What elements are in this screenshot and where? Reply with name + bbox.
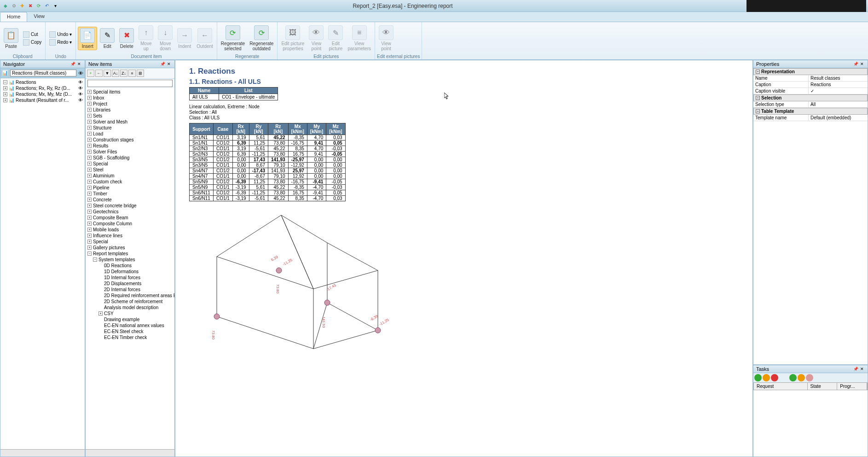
newitems-node[interactable]: +Special bbox=[87, 239, 173, 245]
expand-icon[interactable]: + bbox=[87, 240, 92, 244]
expand-icon[interactable]: + bbox=[87, 108, 92, 112]
ni-filter-icon[interactable]: ▼ bbox=[104, 70, 111, 77]
navigator-item[interactable]: +📊Reactions; Rx, Ry, Rz (D...👁 bbox=[1, 85, 84, 91]
newitems-node[interactable]: +Inbox bbox=[87, 95, 173, 101]
newitems-node[interactable]: +Solver Files bbox=[87, 149, 173, 155]
navigator-selector[interactable]: Reactions (Result classes) bbox=[10, 70, 76, 76]
expand-icon[interactable]: + bbox=[87, 180, 92, 184]
regen-outdated-button[interactable]: ⟳Regenerate outdated bbox=[248, 24, 275, 52]
newitems-node[interactable]: +SGB - Scaffolding bbox=[87, 155, 173, 161]
expand-icon[interactable]: + bbox=[87, 246, 92, 250]
eye-icon[interactable]: 👁 bbox=[78, 80, 83, 85]
expand-icon[interactable]: + bbox=[87, 228, 92, 232]
task-stop-icon[interactable] bbox=[771, 374, 778, 381]
newitems-node[interactable]: +Composite Beam bbox=[87, 215, 173, 221]
newitems-leaf[interactable]: 2D Internal forces bbox=[87, 287, 173, 293]
indent-button[interactable]: →Indent bbox=[175, 27, 194, 50]
copy-button[interactable]: Copy bbox=[21, 39, 43, 46]
newitems-node[interactable]: +Mobile loads bbox=[87, 227, 173, 233]
newitems-node[interactable]: +Pipeline bbox=[87, 185, 173, 191]
navigator-item[interactable]: −📊Reactions👁 bbox=[1, 79, 84, 85]
expander-icon[interactable]: + bbox=[3, 98, 7, 102]
settings-icon[interactable]: ⚙ bbox=[10, 2, 17, 10]
newitems-leaf[interactable]: 1D Deformations bbox=[87, 269, 173, 275]
prop-section-selection[interactable]: −Selection bbox=[753, 94, 868, 101]
expand-icon[interactable]: + bbox=[87, 186, 92, 190]
prop-value[interactable]: Default (embedded) bbox=[809, 115, 868, 121]
newitems-node[interactable]: +Timber bbox=[87, 191, 173, 197]
newitems-node[interactable]: +Project bbox=[87, 101, 173, 107]
newitems-leaf[interactable]: Drawing example bbox=[87, 316, 173, 322]
prop-value[interactable]: Reactions bbox=[809, 82, 868, 88]
report-area[interactable]: 1. Reactions 1.1. Reactions - All ULS Na… bbox=[175, 60, 753, 457]
ni-back-icon[interactable]: ← bbox=[95, 70, 103, 77]
collapse-icon[interactable]: − bbox=[756, 70, 760, 74]
expand-icon[interactable]: + bbox=[87, 156, 92, 160]
newitems-node[interactable]: +Structure bbox=[87, 125, 173, 131]
newitems-node[interactable]: +Aluminium bbox=[87, 173, 173, 179]
task-stop2-icon[interactable] bbox=[806, 374, 813, 381]
navigator-hscroll[interactable] bbox=[0, 449, 85, 457]
newitems-node[interactable]: +Results bbox=[87, 143, 173, 149]
expand-icon[interactable]: + bbox=[87, 96, 92, 100]
qat-dropdown-icon[interactable]: ▾ bbox=[52, 2, 59, 10]
prop-value[interactable]: All bbox=[809, 101, 868, 107]
collapse-icon[interactable]: − bbox=[87, 252, 92, 256]
eye-icon[interactable]: 👁 bbox=[78, 86, 83, 91]
expand-icon[interactable]: + bbox=[87, 204, 92, 208]
undo-button[interactable]: Undo ▾ bbox=[47, 31, 74, 38]
newitems-leaf[interactable]: EC-EN national annex values bbox=[87, 322, 173, 328]
newitems-node[interactable]: +Load bbox=[87, 131, 173, 137]
newitems-leaf[interactable]: EC-EN Timber check bbox=[87, 334, 173, 340]
view-point-button[interactable]: 👁View point bbox=[307, 24, 325, 52]
cut-button[interactable]: Cut bbox=[21, 31, 43, 38]
edit-pic-props-button[interactable]: 🖼Edit picture properties bbox=[279, 24, 306, 52]
expand-icon[interactable]: + bbox=[87, 138, 92, 142]
ext-view-point-button[interactable]: 👁View point bbox=[377, 24, 395, 52]
newitems-leaf[interactable]: 2D Scheme of reinforcement bbox=[87, 299, 173, 305]
move-down-button[interactable]: ↓Move down bbox=[156, 24, 174, 52]
nav-icon[interactable]: 📊 bbox=[2, 70, 8, 76]
view-params-button[interactable]: ≡View parameters bbox=[346, 24, 373, 52]
newitems-hscroll[interactable] bbox=[86, 449, 174, 457]
outdent-button[interactable]: ←Outdent bbox=[195, 27, 215, 50]
expand-icon[interactable]: + bbox=[87, 162, 92, 166]
newitems-leaf[interactable]: Analysis model description bbox=[87, 305, 173, 311]
task-col-progr[interactable]: Progr... bbox=[837, 383, 867, 390]
newitems-node[interactable]: +Sets bbox=[87, 113, 173, 119]
ni-sort-az-icon[interactable]: A↓ bbox=[112, 70, 119, 77]
pin-icon[interactable]: 📌 bbox=[853, 61, 858, 67]
navigator-item[interactable]: +📊Reactions; Mx, My, Mz (D...👁 bbox=[1, 91, 84, 97]
expand-icon[interactable]: + bbox=[87, 90, 92, 94]
navigator-item[interactable]: +📊Resultant (Resultant of r...👁 bbox=[1, 97, 84, 103]
newitems-node[interactable]: −Report templates bbox=[87, 251, 173, 257]
prop-value[interactable]: Result classes bbox=[809, 75, 868, 81]
newitems-node[interactable]: +Construction stages bbox=[87, 137, 173, 143]
newitems-node[interactable]: +Special bbox=[87, 161, 173, 167]
newitems-leaf[interactable]: 2D Required reinforcement areas E bbox=[87, 293, 173, 299]
newitems-leaf[interactable]: 1D Internal forces bbox=[87, 275, 173, 281]
newitems-node[interactable]: +Concrete bbox=[87, 197, 173, 203]
move-up-button[interactable]: ↑Move up bbox=[137, 24, 155, 52]
expand-icon[interactable]: + bbox=[87, 132, 92, 136]
expand-icon[interactable]: + bbox=[87, 192, 92, 196]
newitems-node[interactable]: −System templates bbox=[87, 257, 173, 263]
new-icon[interactable]: ✚ bbox=[18, 2, 26, 10]
newitems-leaf[interactable]: 2D Displacements bbox=[87, 281, 173, 287]
eye-icon[interactable]: 👁 bbox=[78, 70, 83, 76]
paste-button[interactable]: 📋Paste bbox=[2, 27, 20, 50]
newitems-node[interactable]: +Steel bbox=[87, 167, 173, 173]
newitems-search-input[interactable] bbox=[87, 80, 173, 87]
pin-icon[interactable]: 📌 bbox=[853, 366, 858, 372]
prop-section-table-template[interactable]: −Table Template bbox=[753, 108, 868, 115]
redo-button[interactable]: Redo ▾ bbox=[47, 39, 74, 46]
pin-icon[interactable]: 📌 bbox=[70, 61, 75, 67]
newitems-node[interactable]: +Solver and Mesh bbox=[87, 119, 173, 125]
prop-value[interactable]: ✓ bbox=[809, 88, 868, 94]
task-play2-icon[interactable] bbox=[789, 374, 797, 381]
collapse-icon[interactable]: − bbox=[756, 109, 760, 113]
close-red-icon[interactable]: ✖ bbox=[27, 2, 34, 10]
newitems-node[interactable]: +Libraries bbox=[87, 107, 173, 113]
expand-icon[interactable]: + bbox=[87, 198, 92, 202]
undo-icon[interactable]: ↶ bbox=[43, 2, 51, 10]
